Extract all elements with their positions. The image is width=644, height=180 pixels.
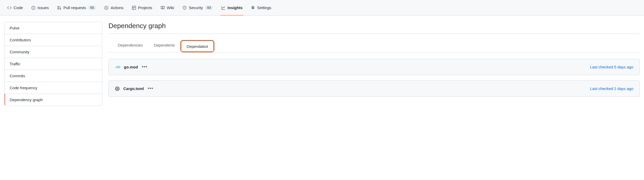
nav-label: Pull requests [63,5,86,10]
svg-point-3 [58,8,59,9]
last-checked-link[interactable]: Last checked 5 days ago [590,65,633,69]
tutorial-highlight: Dependabot [180,40,214,52]
svg-point-1 [33,7,34,8]
nav-label: Actions [111,5,123,10]
book-icon [161,6,165,10]
nav-label: Settings [257,5,271,10]
tab-dependents[interactable]: Dependents [148,40,180,52]
nav-label: Wiki [167,5,174,10]
kebab-menu-icon[interactable]: ••• [142,64,147,70]
project-icon [132,6,136,10]
code-icon [7,6,11,10]
go-icon [115,65,120,69]
pull-request-icon [57,6,61,10]
dependency-graph-tabs: Dependencies Dependents Dependabot [108,34,640,53]
svg-point-8 [117,66,119,68]
tab-insights[interactable]: Insights [218,0,246,16]
nav-label: Projects [138,5,152,10]
play-icon [104,6,108,10]
sidebar-item-commits[interactable]: Commits [4,70,102,82]
manifest-name[interactable]: go.mod [124,65,138,69]
tab-dependencies[interactable]: Dependencies [112,40,148,52]
tab-dependabot[interactable]: Dependabot [181,41,214,51]
pr-count: 55 [88,5,96,10]
nav-label: Insights [228,5,243,10]
nav-label: Code [14,5,23,10]
issue-icon [31,6,35,10]
manifest-row: R Cargo.toml ••• Last checked 2 days ago [108,80,640,97]
tab-wiki[interactable]: Wiki [157,0,177,16]
nav-label: Security [189,5,203,10]
page-title: Dependency graph [108,22,640,34]
svg-rect-6 [132,6,136,9]
main-content: Dependency graph Dependencies Dependents… [108,22,640,106]
tab-code[interactable]: Code [4,0,26,16]
rust-icon: R [115,86,120,91]
sidebar-item-contributors[interactable]: Contributors [4,34,102,46]
insights-side-nav: Pulse Contributors Community Traffic Com… [4,22,102,106]
shield-icon [183,6,187,10]
last-checked-link[interactable]: Last checked 2 days ago [590,86,633,91]
tab-projects[interactable]: Projects [129,0,155,16]
svg-point-7 [252,7,254,8]
gear-icon [251,6,255,10]
svg-text:R: R [117,88,118,90]
graph-icon [221,6,226,10]
repo-top-nav: Code Issues Pull requests 55 Actions Pro… [0,0,644,16]
manifest-name[interactable]: Cargo.toml [123,86,144,91]
tab-security[interactable]: Security 93 [179,0,216,16]
svg-point-9 [118,66,120,68]
sidebar-item-community[interactable]: Community [4,46,102,58]
sidebar-item-traffic[interactable]: Traffic [4,58,102,70]
tab-pull-requests[interactable]: Pull requests 55 [54,0,99,16]
tab-actions[interactable]: Actions [101,0,126,16]
svg-point-2 [58,6,59,7]
tab-settings[interactable]: Settings [248,0,274,16]
manifest-row: go.mod ••• Last checked 5 days ago [108,59,640,75]
nav-label: Issues [38,5,49,10]
svg-point-4 [60,8,61,9]
page-layout: Pulse Contributors Community Traffic Com… [0,16,644,112]
kebab-menu-icon[interactable]: ••• [148,86,153,91]
tab-issues[interactable]: Issues [28,0,52,16]
sidebar-item-pulse[interactable]: Pulse [4,22,102,34]
sidebar-item-code-frequency[interactable]: Code frequency [4,82,102,94]
security-count: 93 [205,5,213,10]
sidebar-item-dependency-graph[interactable]: Dependency graph [4,94,102,106]
